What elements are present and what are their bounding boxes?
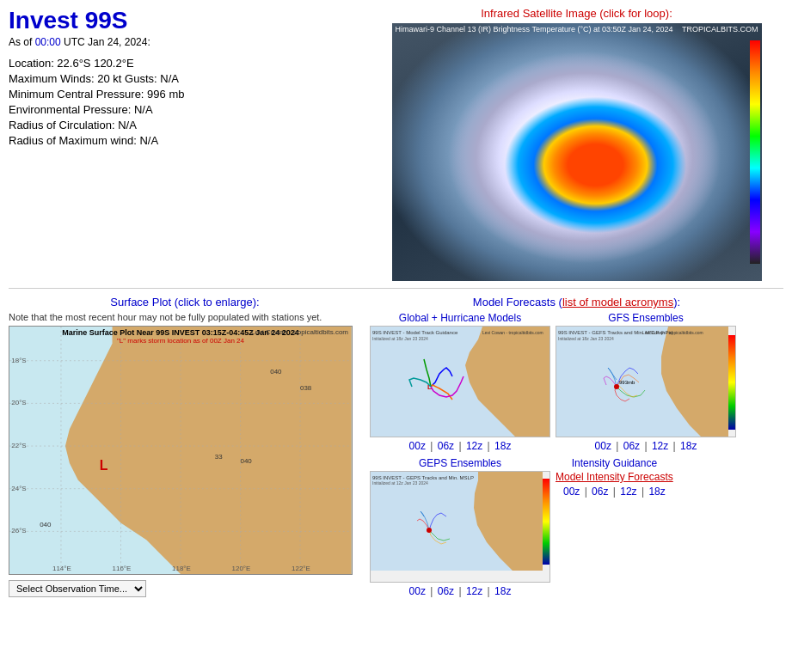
- as-of-prefix: As of: [9, 36, 35, 48]
- gh-sep2: |: [458, 440, 464, 452]
- intensity-times: 00z | 06z | 12z | 18z: [556, 486, 673, 498]
- as-of-line: As of 00:00 UTC Jan 24, 2024:: [9, 36, 361, 48]
- sat-img-source: TROPICALBITS.COM: [682, 25, 758, 34]
- left-info: Invest 99S As of 00:00 UTC Jan 24, 2024:…: [9, 7, 370, 281]
- sat-img-label: Himawari-9 Channel 13 (IR) Brightness Te…: [396, 25, 673, 34]
- land-mass-svg: 18°S 20°S 22°S 24°S 26°S 114°E 116°E 118…: [9, 327, 352, 574]
- gefs-sep3: |: [673, 440, 678, 452]
- gefs-12z-link[interactable]: 12z: [652, 440, 668, 452]
- svg-text:22°S: 22°S: [11, 442, 26, 449]
- gh-sep1: |: [430, 440, 435, 452]
- gfs-ensembles-times: 00z | 06z | 12z | 18z: [556, 440, 736, 452]
- model-row-2: GEPS Ensembles 99S INVEST - GEPS Tracks …: [370, 457, 783, 597]
- intens-06z-link[interactable]: 06z: [592, 486, 608, 498]
- gefs-sep2: |: [644, 440, 649, 452]
- bottom-section: Surface Plot (click to enlarge): Note th…: [0, 296, 792, 609]
- gefs-06z-link[interactable]: 06z: [623, 440, 640, 452]
- radius-circulation-line: Radius of Circulation: N/A: [9, 119, 361, 131]
- gfs-ensembles-item: GFS Ensembles: [556, 312, 736, 452]
- surface-plot-title[interactable]: Surface Plot (click to enlarge):: [9, 296, 361, 309]
- intensity-guidance-item: Intensity Guidance Model Intensity Forec…: [556, 457, 673, 597]
- surface-map[interactable]: 18°S 20°S 22°S 24°S 26°S 114°E 116°E 118…: [9, 326, 353, 575]
- model-acronyms-link[interactable]: list of model acronyms: [562, 296, 673, 309]
- geps-chart-svg: 99S INVEST - GEPS Tracks and Min. MSLP I…: [371, 472, 550, 571]
- gh-18z-link[interactable]: 18z: [494, 440, 511, 452]
- min-pressure-line: Minimum Central Pressure: 996 mb: [9, 88, 361, 101]
- gefs-00z-link[interactable]: 00z: [595, 440, 611, 452]
- global-hurricane-times: 00z | 06z | 12z | 18z: [370, 440, 550, 452]
- intensity-guidance-title: Intensity Guidance: [556, 457, 673, 469]
- max-winds-line: Maximum Winds: 20 kt Gusts: N/A: [9, 72, 361, 85]
- geps-times: 00z | 06z | 12z | 18z: [370, 585, 550, 597]
- storm-title: Invest 99S: [9, 7, 361, 34]
- intens-00z-link[interactable]: 00z: [563, 486, 580, 498]
- select-container: Select Observation Time...: [9, 580, 361, 597]
- svg-text:24°S: 24°S: [11, 485, 26, 492]
- model-forecasts-suffix: ):: [673, 296, 680, 309]
- intens-18z-link[interactable]: 18z: [648, 486, 665, 498]
- svg-text:Initialized at 18z Jan 23 2024: Initialized at 18z Jan 23 2024: [558, 336, 614, 341]
- intens-sep2: |: [613, 486, 618, 498]
- svg-text:99S INVEST - Model Track Guida: 99S INVEST - Model Track Guidance: [372, 330, 458, 335]
- geps-12z-link[interactable]: 12z: [466, 585, 482, 597]
- global-hurricane-chart[interactable]: 99S INVEST - Model Track Guidance Initia…: [370, 326, 550, 437]
- top-section: Invest 99S As of 00:00 UTC Jan 24, 2024:…: [0, 0, 792, 281]
- env-pressure-line: Environmental Pressure: N/A: [9, 103, 361, 116]
- gefs-18z-link[interactable]: 18z: [680, 440, 697, 452]
- svg-text:Initialized at 12z Jan 23 2024: Initialized at 12z Jan 23 2024: [372, 480, 428, 486]
- as-of-time: 00:00: [35, 36, 61, 48]
- model-intensity-link[interactable]: Model Intensity Forecasts: [556, 471, 673, 483]
- gh-12z-link[interactable]: 12z: [466, 440, 482, 452]
- svg-text:040: 040: [270, 368, 282, 376]
- svg-point-47: [427, 528, 432, 533]
- observation-time-select[interactable]: Select Observation Time...: [9, 580, 146, 597]
- satellite-image[interactable]: Himawari-9 Channel 13 (IR) Brightness Te…: [392, 23, 762, 281]
- model-row-1: Global + Hurricane Models 99S INVEST - M…: [370, 312, 783, 452]
- geps-ensembles-title: GEPS Ensembles: [370, 457, 550, 469]
- svg-rect-43: [543, 479, 550, 565]
- geps-ensembles-item: GEPS Ensembles 99S INVEST - GEPS Tracks …: [370, 457, 550, 597]
- right-satellite: Infrared Satellite Image (click for loop…: [370, 7, 783, 281]
- geps-18z-link[interactable]: 18z: [494, 585, 511, 597]
- svg-text:20°S: 20°S: [11, 399, 26, 406]
- gfs-ensembles-chart[interactable]: 99S INVEST - GEFS Tracks and Min. MSLP (…: [556, 326, 736, 437]
- map-sublabel: "L" marks storm location as of 00Z Jan 2…: [117, 337, 244, 345]
- svg-text:122°E: 122°E: [292, 565, 310, 572]
- track-chart-svg: 99S INVEST - Model Track Guidance Initia…: [371, 327, 550, 437]
- surface-plot-section: Surface Plot (click to enlarge): Note th…: [9, 296, 370, 602]
- geps-sep3: |: [488, 585, 493, 597]
- svg-text:040: 040: [40, 521, 52, 528]
- svg-text:118°E: 118°E: [172, 565, 191, 572]
- gefs-chart-svg: 99S INVEST - GEFS Tracks and Min. MSLP (…: [556, 327, 736, 437]
- gefs-sep1: |: [616, 440, 621, 452]
- svg-text:Levi Cowan - tropicaltidbits.c: Levi Cowan - tropicaltidbits.com: [642, 330, 703, 335]
- svg-text:Initialized at 18z Jan 23 2024: Initialized at 18z Jan 23 2024: [372, 336, 428, 341]
- intens-12z-link[interactable]: 12z: [620, 486, 636, 498]
- model-forecasts-title: Model Forecasts (list of model acronyms)…: [370, 296, 783, 309]
- as-of-suffix: UTC Jan 24, 2024:: [61, 36, 150, 48]
- geps-sep2: |: [458, 585, 464, 597]
- sat-colorbar: [750, 40, 760, 264]
- svg-text:18°S: 18°S: [11, 357, 26, 364]
- satellite-title[interactable]: Infrared Satellite Image (click for loop…: [370, 7, 783, 20]
- svg-text:L: L: [427, 383, 432, 391]
- geps-00z-link[interactable]: 00z: [409, 585, 426, 597]
- gh-sep3: |: [488, 440, 493, 452]
- intens-sep1: |: [585, 486, 590, 498]
- surface-plot-note: Note that the most recent hour may not b…: [9, 312, 361, 322]
- geps-06z-link[interactable]: 06z: [438, 585, 454, 597]
- svg-rect-35: [728, 335, 736, 430]
- geps-sep1: |: [430, 585, 435, 597]
- svg-text:26°S: 26°S: [11, 527, 26, 535]
- intens-sep3: |: [642, 486, 647, 498]
- gh-00z-link[interactable]: 00z: [409, 440, 426, 452]
- geps-ensembles-chart[interactable]: 99S INVEST - GEPS Tracks and Min. MSLP I…: [370, 471, 550, 583]
- model-forecasts-section: Model Forecasts (list of model acronyms)…: [370, 296, 783, 602]
- section-divider: [9, 288, 783, 289]
- gh-06z-link[interactable]: 06z: [438, 440, 454, 452]
- svg-text:120°E: 120°E: [232, 565, 251, 572]
- svg-text:33: 33: [215, 453, 223, 461]
- sat-img-bg: [392, 23, 762, 281]
- svg-text:Levi Cowan - tropicaltidbits.c: Levi Cowan - tropicaltidbits.com: [482, 330, 543, 335]
- global-hurricane-item: Global + Hurricane Models 99S INVEST - M…: [370, 312, 550, 452]
